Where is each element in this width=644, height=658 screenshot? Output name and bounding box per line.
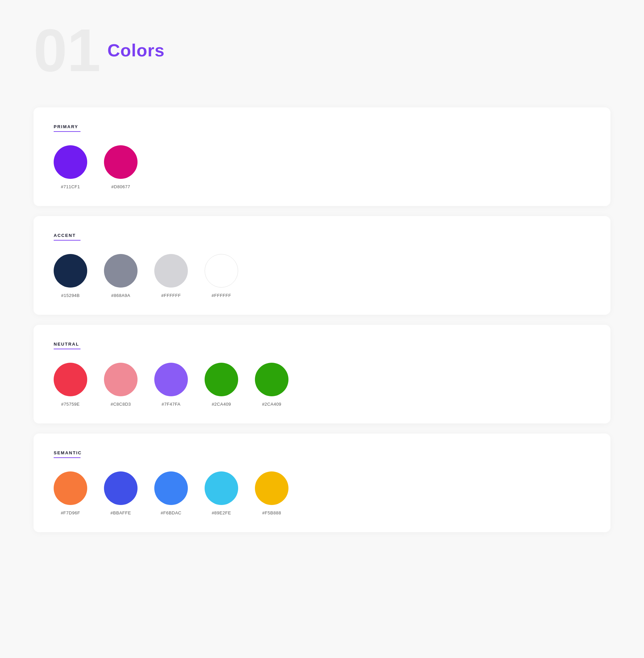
primary-label: PRIMARY <box>54 124 590 129</box>
neutral-swatches: #75759E #C8C8D3 #7F47FA #2CA409 #2CA409 <box>54 363 590 407</box>
color-hex: #2CA409 <box>262 402 281 407</box>
semantic-section: SEMANTIC #F7D96F #BBAFFE #F6BDAC #89E2FE… <box>33 433 611 532</box>
color-swatch <box>154 472 188 505</box>
color-swatch <box>205 472 238 505</box>
semantic-label: SEMANTIC <box>54 450 590 455</box>
color-swatch <box>205 254 238 288</box>
semantic-swatches: #F7D96F #BBAFFE #F6BDAC #89E2FE #F5B888 <box>54 472 590 515</box>
color-hex: #15294B <box>61 293 80 298</box>
color-item: #2CA409 <box>255 363 289 407</box>
color-item: #BBAFFE <box>104 472 138 515</box>
color-swatch <box>154 254 188 288</box>
color-hex: #F5B888 <box>262 510 281 515</box>
color-item: #FFFFFF <box>154 254 188 298</box>
color-hex: #868A9A <box>111 293 131 298</box>
color-item: #F5B888 <box>255 472 289 515</box>
color-swatch <box>54 363 87 396</box>
color-item: #C8C8D3 <box>104 363 138 407</box>
primary-underline <box>54 131 80 132</box>
color-hex: #BBAFFE <box>110 510 131 515</box>
section-number: 01 <box>33 20 101 81</box>
page-header: 01 Colors <box>33 20 611 81</box>
color-hex: #89E2FE <box>212 510 231 515</box>
color-swatch <box>205 363 238 396</box>
primary-section: PRIMARY #711CF1 #D80677 <box>33 107 611 206</box>
color-item: #2CA409 <box>205 363 238 407</box>
color-item: #F7D96F <box>54 472 87 515</box>
color-hex: #D80677 <box>111 184 130 189</box>
color-hex: #FFFFFF <box>161 293 181 298</box>
primary-swatches: #711CF1 #D80677 <box>54 145 590 189</box>
color-swatch <box>104 145 138 179</box>
accent-swatches: #15294B #868A9A #FFFFFF #FFFFFF <box>54 254 590 298</box>
color-hex: #2CA409 <box>212 402 231 407</box>
color-hex: #7F47FA <box>162 402 181 407</box>
color-item: #15294B <box>54 254 87 298</box>
color-swatch <box>54 472 87 505</box>
semantic-underline <box>54 457 80 458</box>
page-title: Colors <box>107 40 165 61</box>
color-swatch <box>104 254 138 288</box>
color-hex: #FFFFFF <box>212 293 231 298</box>
color-swatch <box>54 145 87 179</box>
color-swatch <box>255 472 289 505</box>
color-item: #D80677 <box>104 145 138 189</box>
color-item: #F6BDAC <box>154 472 188 515</box>
color-swatch <box>154 363 188 396</box>
color-item: #89E2FE <box>205 472 238 515</box>
color-hex: #F7D96F <box>61 510 80 515</box>
color-item: #868A9A <box>104 254 138 298</box>
color-swatch <box>54 254 87 288</box>
color-swatch <box>104 472 138 505</box>
accent-label: ACCENT <box>54 233 590 238</box>
color-swatch <box>255 363 289 396</box>
neutral-section: NEUTRAL #75759E #C8C8D3 #7F47FA #2CA409 … <box>33 325 611 424</box>
color-item: #711CF1 <box>54 145 87 189</box>
color-hex: #711CF1 <box>61 184 80 189</box>
accent-section: ACCENT #15294B #868A9A #FFFFFF #FFFFFF <box>33 216 611 315</box>
neutral-label: NEUTRAL <box>54 342 590 347</box>
accent-underline <box>54 240 80 241</box>
color-item: #7F47FA <box>154 363 188 407</box>
color-hex: #C8C8D3 <box>111 402 131 407</box>
color-hex: #F6BDAC <box>161 510 181 515</box>
color-item: #FFFFFF <box>205 254 238 298</box>
color-item: #75759E <box>54 363 87 407</box>
color-swatch <box>104 363 138 396</box>
color-hex: #75759E <box>61 402 80 407</box>
neutral-underline <box>54 349 80 349</box>
